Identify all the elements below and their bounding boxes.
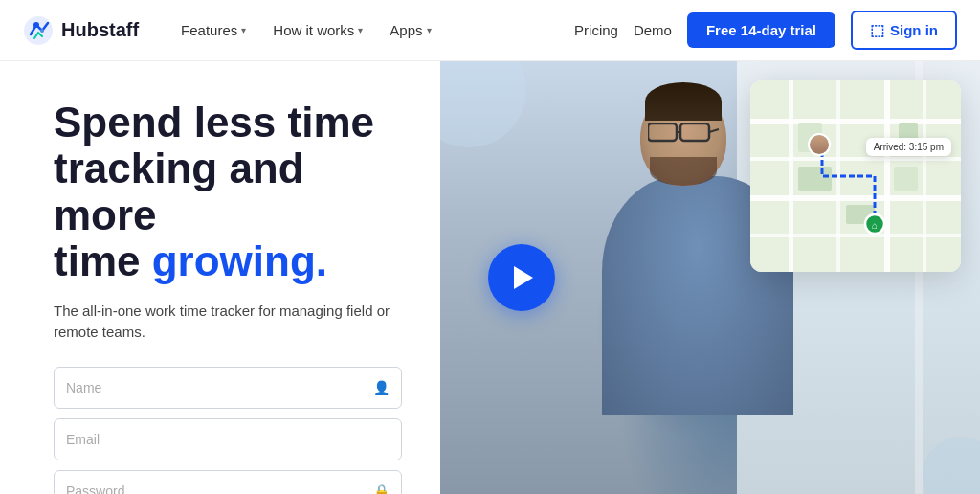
svg-point-2 xyxy=(40,29,44,33)
headline-line2: tracking and more xyxy=(54,145,304,237)
logo[interactable]: Hubstaff xyxy=(23,15,139,46)
svg-text:⌂: ⌂ xyxy=(872,220,878,231)
map-start-marker xyxy=(808,133,831,156)
signin-icon: ⬚ xyxy=(870,21,884,39)
nav-right: Pricing Demo Free 14-day trial ⬚ Sign in xyxy=(574,11,957,50)
person-beard xyxy=(650,157,717,186)
nav-features-label: Features xyxy=(181,22,237,38)
navbar: Hubstaff Features ▾ How it works ▾ Apps … xyxy=(0,0,980,61)
nav-apps-label: Apps xyxy=(390,22,422,38)
headline-line3: time xyxy=(54,237,152,284)
headline-growing: growing. xyxy=(152,237,327,284)
person-head xyxy=(640,90,726,186)
svg-rect-17 xyxy=(798,167,832,191)
nav-pricing[interactable]: Pricing xyxy=(574,22,618,38)
map-svg: ⌂ xyxy=(750,80,961,272)
svg-line-7 xyxy=(709,129,719,132)
svg-rect-11 xyxy=(750,195,961,201)
signin-label: Sign in xyxy=(890,22,938,38)
nav-links: Features ▾ How it works ▾ Apps ▾ xyxy=(169,14,574,46)
hero-left: Spend less time tracking and more time g… xyxy=(0,61,440,494)
svg-rect-8 xyxy=(750,80,961,272)
logo-text: Hubstaff xyxy=(61,19,139,41)
lock-icon: 🔒 xyxy=(373,483,390,494)
svg-rect-4 xyxy=(680,124,709,141)
svg-point-1 xyxy=(33,22,39,28)
signin-button[interactable]: ⬚ Sign in xyxy=(851,11,957,50)
name-field-wrapper: 👤 xyxy=(54,367,402,409)
nav-apps[interactable]: Apps ▾ xyxy=(378,14,442,46)
arrived-popup: Arrived: 3:15 pm xyxy=(866,138,951,156)
svg-rect-10 xyxy=(750,157,961,161)
nav-features[interactable]: Features ▾ xyxy=(169,14,257,46)
email-field-wrapper xyxy=(54,418,402,460)
signup-form: 👤 🔒 I agree to the Terms, Privacy Policy… xyxy=(54,367,402,494)
svg-rect-16 xyxy=(923,80,926,272)
map-card: ⌂ Arrived: 3:15 pm xyxy=(750,80,961,272)
chevron-down-icon: ▾ xyxy=(241,25,246,35)
hero-headline: Spend less time tracking and more time g… xyxy=(54,100,402,285)
hero-subtext: The all-in-one work time tracker for man… xyxy=(54,301,402,344)
svg-rect-20 xyxy=(894,167,918,191)
play-button[interactable] xyxy=(488,244,555,311)
name-input[interactable] xyxy=(66,380,373,395)
chevron-down-icon: ▾ xyxy=(358,25,363,35)
svg-point-0 xyxy=(24,16,53,45)
person-hair xyxy=(645,82,722,121)
nav-demo[interactable]: Demo xyxy=(634,22,672,38)
hubstaff-logo-icon xyxy=(23,15,54,46)
hero-right: ⌂ Arrived: 3:15 pm xyxy=(440,61,980,494)
email-input[interactable] xyxy=(66,432,390,447)
hero-section: Spend less time tracking and more time g… xyxy=(0,61,980,494)
svg-rect-3 xyxy=(648,124,677,141)
person-icon: 👤 xyxy=(373,380,390,395)
play-icon xyxy=(514,266,533,289)
svg-rect-9 xyxy=(750,119,961,124)
chevron-down-icon: ▾ xyxy=(427,25,432,35)
headline-line1: Spend less time xyxy=(54,99,374,146)
nav-how-it-works[interactable]: How it works ▾ xyxy=(261,14,374,46)
free-trial-button[interactable]: Free 14-day trial xyxy=(687,12,835,48)
map-inner: ⌂ Arrived: 3:15 pm xyxy=(750,80,961,272)
svg-rect-13 xyxy=(789,80,793,272)
password-input[interactable] xyxy=(66,483,373,494)
svg-rect-15 xyxy=(884,80,890,272)
password-field-wrapper: 🔒 xyxy=(54,470,402,494)
arrived-text: Arrived: 3:15 pm xyxy=(874,142,944,152)
person-glasses-icon xyxy=(648,124,720,145)
svg-rect-12 xyxy=(750,234,961,237)
nav-how-it-works-label: How it works xyxy=(273,22,354,38)
